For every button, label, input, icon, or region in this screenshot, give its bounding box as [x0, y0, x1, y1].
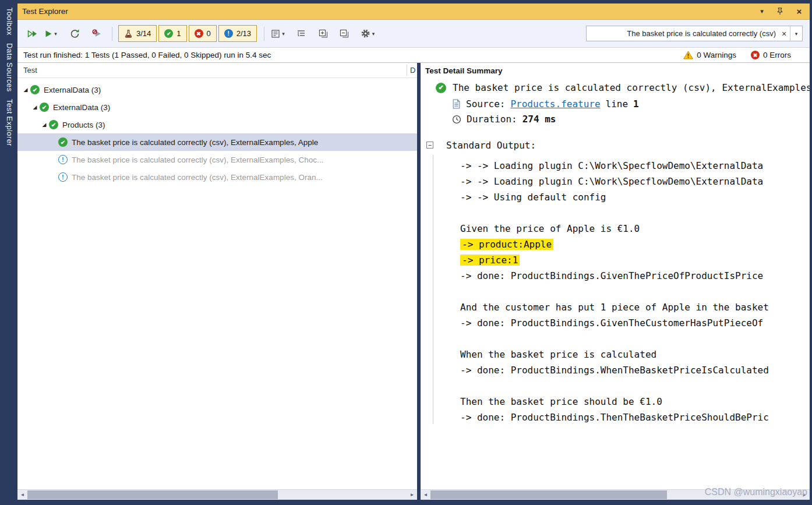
beaker-icon [124, 29, 133, 38]
expander-icon[interactable]: ◢ [40, 122, 49, 128]
tree-row-externaldata-root[interactable]: ◢ ✔ ExternalData (3) [17, 81, 417, 98]
output-line: -> done: ProductBindings.WhenTheBasketPr… [460, 365, 810, 380]
errors-status[interactable]: ✖ 0 Errors [751, 51, 791, 59]
gear-icon [361, 29, 370, 38]
output-line-highlighted: -> product:Apple [460, 239, 810, 255]
passed-icon: ✔ [40, 103, 49, 112]
toolbar-separator [112, 27, 112, 41]
filter-failed-button[interactable]: ✖ 0 [189, 25, 217, 42]
document-icon [452, 99, 461, 109]
sidebar-tab-data-sources[interactable]: Data Sources [3, 43, 14, 92]
tree-row-test-orange[interactable]: ! The basket price is calculated correct… [17, 168, 417, 186]
search-input[interactable]: The basket price is calculated correctly… [587, 29, 778, 38]
test-run-summary: Test run finished: 1 Tests (1 Passed, 0 … [23, 51, 271, 59]
standard-output-text: -> -> Loading plugin C:\Work\SpecflowDem… [460, 160, 810, 428]
tree-row-externaldata-child[interactable]: ◢ ✔ ExternalData (3) [17, 98, 417, 116]
scroll-right-icon[interactable]: ► [407, 490, 417, 500]
source-file-link[interactable]: Products.feature [510, 98, 600, 110]
column-divider[interactable] [407, 65, 407, 76]
scroll-left-icon[interactable]: ◄ [17, 490, 27, 500]
scrollbar-thumb[interactable] [430, 490, 667, 499]
error-icon: ✖ [751, 51, 760, 59]
duration-label: Duration: [467, 114, 517, 125]
sidebar-tab-test-explorer[interactable]: Test Explorer [3, 99, 14, 146]
collapse-all-button[interactable] [337, 26, 352, 42]
source-line-number: 1 [633, 98, 639, 110]
tree-column-header: Test D [17, 63, 417, 78]
test-detail-pane: Test Detail Summary ✔ The basket price i… [421, 63, 810, 500]
cancel-test-run-button[interactable] [90, 26, 105, 42]
run-all-tests-button[interactable] [24, 26, 40, 42]
detail-pane-title: Test Detail Summary [425, 66, 810, 75]
not-run-icon: ! [224, 29, 233, 38]
sidebar-tab-toolbox[interactable]: Toolbox [3, 8, 14, 36]
all-tests-count: 3/14 [136, 29, 151, 38]
search-clear-icon[interactable]: × [778, 29, 790, 38]
passed-icon: ✔ [164, 29, 173, 38]
standard-output-section: − Standard Output: -> -> Loading plugin … [425, 140, 810, 428]
expander-icon[interactable]: ◢ [21, 87, 30, 93]
run-dropdown-icon[interactable]: ▾ [54, 31, 57, 37]
tree-row-products[interactable]: ◢ ✔ Products (3) [17, 116, 417, 133]
playlist-button[interactable]: ▾ [270, 26, 285, 42]
settings-button[interactable]: ▾ [360, 26, 375, 42]
output-line: -> -> Loading plugin C:\Work\SpecflowDem… [460, 160, 810, 176]
tree-row-test-apple[interactable]: ✔ The basket price is calculated correct… [17, 133, 417, 151]
collapse-section-icon[interactable]: − [426, 142, 433, 149]
passed-icon: ✔ [436, 83, 446, 93]
output-line: Then the basket price should be €1.0 [460, 396, 810, 412]
expand-all-icon [319, 29, 329, 38]
column-header-test[interactable]: Test [23, 66, 37, 75]
toolbar-separator [264, 27, 264, 41]
expander-icon[interactable]: ◢ [30, 104, 40, 110]
run-button[interactable]: ▾ [43, 26, 58, 42]
pin-icon[interactable] [776, 7, 785, 16]
output-line: -> done: ProductBindings.GivenThePriceOf… [460, 270, 810, 286]
expand-all-button[interactable] [316, 26, 331, 42]
output-line [460, 380, 810, 396]
search-box: The basket price is calculated correctly… [586, 26, 803, 41]
close-icon[interactable]: × [795, 6, 804, 16]
watermark-text: CSDN @wumingxiaoyap [705, 487, 807, 497]
source-line-label: line [606, 98, 629, 110]
test-explorer-toolbar: ▾ 3/14 ✔ 1 ✖ 0 ! 2/13 [17, 20, 810, 48]
left-horizontal-scrollbar[interactable]: ◄ ► [17, 489, 417, 500]
window-menu-dropdown-icon[interactable]: ▾ [757, 8, 767, 15]
settings-dropdown-icon[interactable]: ▾ [372, 31, 375, 37]
failed-icon: ✖ [195, 29, 203, 38]
repeat-last-run-button[interactable] [68, 26, 83, 42]
not-run-icon: ! [58, 172, 68, 182]
scrollbar-thumb[interactable] [27, 490, 278, 499]
tree-row-test-chocolate[interactable]: ! The basket price is calculated correct… [17, 151, 417, 168]
passed-icon: ✔ [49, 120, 58, 129]
test-run-status-bar: Test run finished: 1 Tests (1 Passed, 0 … [17, 48, 810, 63]
duration-value: 274 ms [522, 114, 556, 125]
output-line-highlighted: -> price:1 [460, 255, 810, 270]
scroll-left-icon[interactable]: ◄ [421, 490, 430, 500]
test-explorer-window: Test Explorer ▾ × ▾ 3/14 [17, 3, 810, 500]
group-by-button[interactable] [294, 26, 309, 42]
passed-count: 1 [176, 29, 181, 38]
warning-icon [683, 51, 693, 59]
filter-not-run-button[interactable]: ! 2/13 [218, 25, 257, 42]
clock-icon [452, 115, 461, 124]
group-by-icon [296, 29, 306, 38]
output-line [460, 286, 810, 302]
search-options-dropdown[interactable]: ▾ [790, 26, 802, 41]
output-line: -> done: ProductBindings.GivenTheCustome… [460, 317, 810, 333]
output-line: -> -> Loading plugin C:\Work\SpecflowDem… [460, 176, 810, 192]
test-tree: ◢ ✔ ExternalData (3) ◢ ✔ ExternalData (3… [17, 78, 417, 186]
output-line: -> done: ProductBindings.ThenTheBasketPr… [460, 412, 810, 428]
filter-all-tests-button[interactable]: 3/14 [118, 25, 157, 42]
playlist-dropdown-icon[interactable]: ▾ [282, 31, 285, 37]
failed-count: 0 [207, 29, 211, 38]
filter-passed-button[interactable]: ✔ 1 [158, 25, 186, 42]
output-line [460, 333, 810, 349]
column-header-duration[interactable]: D [410, 66, 415, 75]
warnings-status[interactable]: 0 Warnings [683, 51, 736, 59]
not-run-count: 2/13 [236, 29, 251, 38]
passed-icon: ✔ [30, 85, 40, 94]
collapse-guide-line [433, 155, 433, 424]
source-label: Source: [466, 98, 505, 110]
output-line: -> -> Using default config [460, 192, 810, 207]
